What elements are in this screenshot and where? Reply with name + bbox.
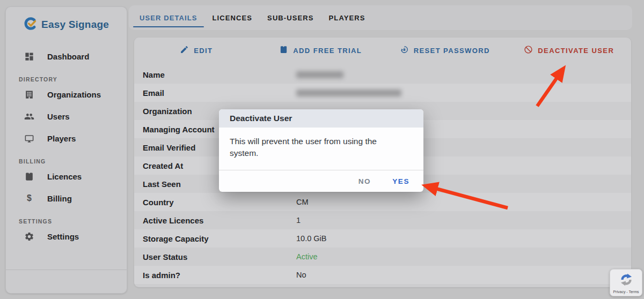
billing-icon: $ — [24, 193, 34, 204]
brand-name: Easy Signage — [41, 19, 109, 31]
players-icon — [24, 133, 34, 144]
redacted-value — [296, 89, 401, 96]
sidebar-item-dashboard[interactable]: Dashboard — [6, 46, 127, 68]
detail-value: CM — [296, 198, 309, 206]
sidebar-item-users[interactable]: Users — [6, 106, 127, 128]
add-free-trial-button[interactable]: ADD FREE TRIAL — [259, 45, 383, 56]
svg-text:$: $ — [27, 193, 32, 203]
detail-label: User Status — [134, 252, 296, 261]
pencil-icon — [180, 45, 189, 56]
sidebar-item-licences[interactable]: Licences — [6, 166, 127, 188]
detail-value: 10.0 GiB — [296, 234, 326, 243]
tab-licences[interactable]: LICENCES — [206, 5, 259, 30]
detail-label: Is admin? — [134, 271, 296, 280]
detail-value: Active — [296, 252, 318, 261]
detail-value: No — [296, 271, 306, 279]
dashboard-icon — [24, 51, 34, 62]
organizations-icon — [24, 89, 34, 100]
settings-icon — [24, 231, 34, 242]
yes-button[interactable]: YES — [392, 177, 409, 185]
deactivate-user-button[interactable]: DEACTIVATE USER — [507, 45, 632, 56]
actions-row: EDITADD FREE TRIALRESET PASSWORDDEACTIVA… — [134, 38, 631, 63]
sidebar-item-label: Users — [47, 112, 70, 121]
detail-label: Name — [134, 70, 296, 79]
sidebar-item-label: Billing — [47, 194, 72, 203]
app-window: Easy Signage DashboardDIRECTORYOrganizat… — [0, 0, 644, 299]
brand-logo[interactable]: Easy Signage — [6, 9, 127, 40]
sidebar-item-settings[interactable]: Settings — [6, 226, 127, 248]
block-icon — [524, 45, 533, 56]
action-label: ADD FREE TRIAL — [293, 47, 362, 55]
sidebar-item-billing[interactable]: $Billing — [6, 188, 127, 210]
tab-sub-users[interactable]: SUB-USERS — [261, 5, 320, 30]
recaptcha-badge[interactable]: Privacy - Terms — [610, 269, 642, 296]
trial-icon — [279, 45, 288, 56]
sidebar-item-label: Licences — [47, 172, 82, 181]
sidebar-item-label: Players — [47, 134, 76, 143]
detail-label: Email — [134, 88, 296, 98]
sidebar-item-players[interactable]: Players — [6, 128, 127, 150]
licences-icon — [24, 171, 34, 182]
sidebar-item-label: Dashboard — [47, 52, 89, 61]
sidebar-item-label: Settings — [47, 232, 79, 241]
detail-label: Country — [134, 198, 296, 207]
reset-password-icon — [400, 45, 409, 56]
sidebar-item-organizations[interactable]: Organizations — [6, 84, 127, 106]
redacted-value — [296, 71, 343, 78]
detail-row-email: Email — [134, 84, 631, 102]
sidebar-section-directory: DIRECTORY — [19, 76, 127, 83]
edit-button[interactable]: EDIT — [134, 45, 259, 56]
action-label: DEACTIVATE USER — [538, 47, 614, 55]
detail-row-is-admin-: Is admin?No — [134, 266, 631, 284]
sidebar-section-settings: SETTINGS — [19, 218, 127, 225]
action-label: EDIT — [194, 47, 213, 55]
detail-row-country: CountryCM — [134, 193, 631, 211]
recaptcha-privacy-terms[interactable]: Privacy - Terms — [613, 290, 639, 294]
recaptcha-icon — [619, 272, 634, 289]
deactivate-user-modal: Deactivate User This will prevent the us… — [219, 109, 423, 192]
detail-value: 1 — [296, 216, 301, 225]
sidebar-divider — [6, 270, 127, 270]
sidebar-item-label: Organizations — [47, 90, 101, 99]
tab-user-details[interactable]: USER DETAILS — [133, 5, 204, 30]
modal-footer: NO YES — [219, 170, 423, 192]
sidebar-section-billing: BILLING — [19, 158, 127, 165]
tab-bar: USER DETAILSLICENCESSUB-USERSPLAYERS — [129, 5, 632, 30]
sidebar: Easy Signage DashboardDIRECTORYOrganizat… — [5, 6, 127, 294]
no-button[interactable]: NO — [358, 177, 371, 185]
detail-row-name: Name — [134, 65, 631, 84]
detail-row-user-status: User StatusActive — [134, 248, 631, 266]
modal-message: This will prevent the user from using th… — [219, 128, 418, 160]
sidebar-nav: DashboardDIRECTORYOrganizationsUsersPlay… — [6, 40, 127, 248]
detail-row-storage-capacity: Storage Capacity10.0 GiB — [134, 229, 631, 248]
detail-row-active-licences: Active Licences1 — [134, 211, 631, 229]
tab-players[interactable]: PLAYERS — [323, 5, 372, 30]
modal-title: Deactivate User — [219, 109, 423, 128]
detail-label: Active Licences — [134, 216, 296, 225]
easy-signage-logo-icon — [24, 17, 38, 33]
action-label: RESET PASSWORD — [414, 47, 490, 55]
users-icon — [24, 111, 34, 122]
detail-label: Storage Capacity — [134, 234, 296, 243]
reset-password-button[interactable]: RESET PASSWORD — [383, 45, 507, 56]
